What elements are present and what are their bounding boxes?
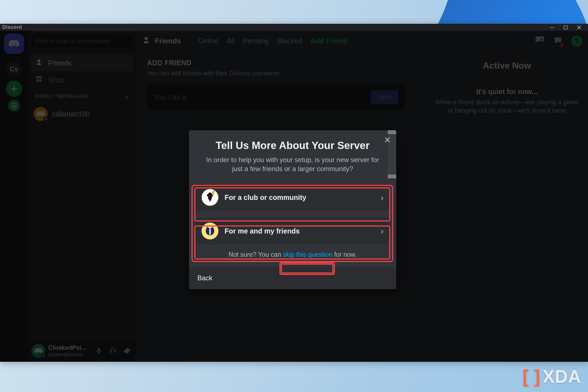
maximize-button[interactable] [559, 24, 572, 31]
modal-title: Tell Us More About Your Server [202, 140, 383, 151]
xda-text: XDA [543, 366, 581, 387]
option-club-label: For a club or community [225, 193, 374, 202]
minimize-button[interactable] [545, 24, 559, 31]
window-titlebar[interactable]: Discord [0, 24, 588, 31]
chevron-right-icon: › [381, 192, 384, 203]
svg-rect-0 [550, 27, 554, 28]
skip-question-link[interactable]: skip this question [283, 251, 332, 258]
svg-point-4 [207, 194, 209, 197]
skip-question-text: Not sure? You can skip this question for… [189, 251, 396, 258]
club-icon [202, 189, 218, 206]
create-server-modal: × Tell Us More About Your Server In orde… [189, 130, 396, 289]
svg-rect-1 [564, 26, 567, 29]
friends-icon [202, 223, 218, 239]
close-modal-button[interactable]: × [384, 134, 391, 145]
xda-watermark: [ ] XDA [522, 366, 581, 387]
discord-window: Discord Cs [0, 24, 588, 362]
svg-rect-8 [209, 229, 211, 235]
modal-subtitle: In order to help you with your setup, is… [202, 155, 383, 173]
option-me-friends[interactable]: For me and my friends › [195, 217, 390, 245]
option-friends-label: For me and my friends [225, 227, 374, 235]
close-window-button[interactable] [572, 24, 586, 31]
option-club-community[interactable]: For a club or community › [195, 183, 390, 212]
chevron-right-icon: › [381, 226, 384, 236]
back-button[interactable]: Back [197, 274, 212, 282]
window-title: Discord [2, 24, 22, 30]
xda-bracket-icon: [ ] [522, 366, 540, 387]
desktop-background: Discord Cs [0, 0, 588, 392]
